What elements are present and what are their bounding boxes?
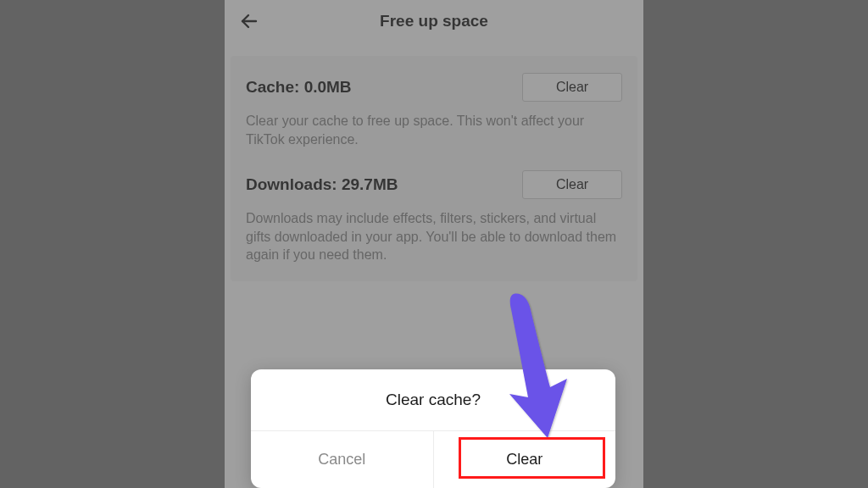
dialog-buttons: Cancel Clear (251, 431, 615, 488)
cancel-button[interactable]: Cancel (251, 431, 434, 488)
dialog-title: Clear cache? (251, 369, 615, 431)
confirm-dialog: Clear cache? Cancel Clear (251, 369, 615, 488)
clear-confirm-button[interactable]: Clear (434, 431, 616, 488)
